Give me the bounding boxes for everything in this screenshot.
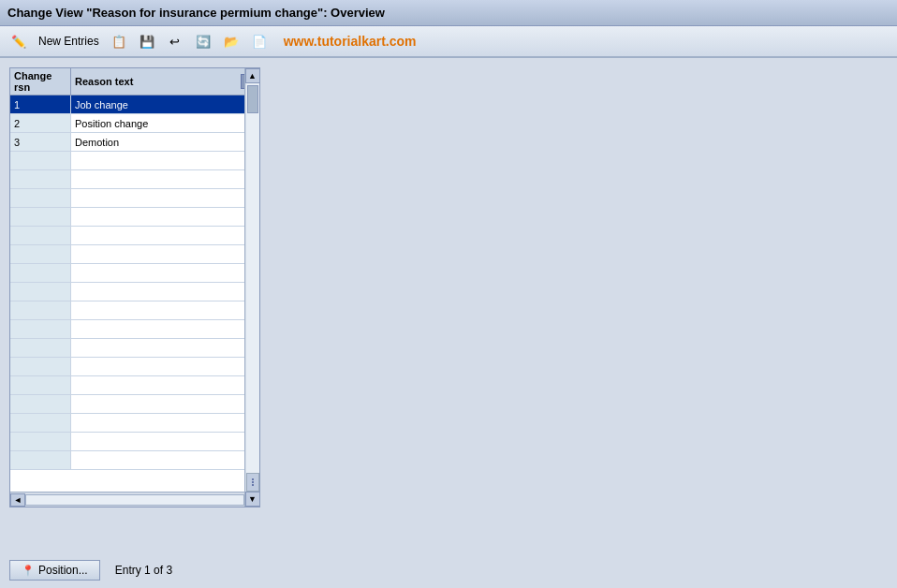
cell-change-rsn xyxy=(10,320,71,338)
watermark-text: www.tutorialkart.com xyxy=(284,34,417,49)
title-bar: Change View "Reason for insurance permiu… xyxy=(0,0,897,26)
position-icon: 📍 xyxy=(22,565,35,577)
cell-change-rsn xyxy=(10,433,71,450)
table-body-area: 1Job change2Position change3Demotion ▲ ▼ xyxy=(10,96,259,492)
scroll-h-track[interactable] xyxy=(25,494,244,506)
cell-change-rsn xyxy=(10,264,71,282)
nav1-icon: 📂 xyxy=(223,33,240,50)
bottom-bar: 📍 Position... Entry 1 of 3 xyxy=(0,552,182,588)
edit-icon-btn[interactable]: ✏️ xyxy=(7,32,30,51)
horizontal-scrollbar-container: ◄ ► xyxy=(10,492,259,507)
refresh-icon: 🔄 xyxy=(195,33,212,50)
table-row[interactable] xyxy=(10,189,259,208)
undo-icon-btn[interactable]: ↩ xyxy=(164,32,186,51)
cell-change-rsn xyxy=(10,301,71,319)
cell-change-rsn xyxy=(10,395,71,413)
cell-reason-text xyxy=(71,339,259,357)
cell-change-rsn xyxy=(10,358,71,375)
scroll-drag-handle[interactable] xyxy=(246,473,259,492)
table-row[interactable]: 1Job change xyxy=(10,96,259,114)
cell-change-rsn xyxy=(10,414,71,432)
table-row[interactable] xyxy=(10,376,259,395)
cell-reason-text xyxy=(71,451,259,469)
position-button[interactable]: 📍 Position... xyxy=(9,560,100,581)
table-row[interactable] xyxy=(10,433,259,451)
cell-reason-text xyxy=(71,227,259,244)
nav1-icon-btn[interactable]: 📂 xyxy=(220,32,243,51)
toolbar: ✏️ New Entries 📋 💾 ↩ 🔄 📂 📄 www.tutorialk… xyxy=(0,26,897,58)
main-content: Change rsn Reason text ▦ 1Job change2Pos… xyxy=(0,58,897,541)
entry-info: Entry 1 of 3 xyxy=(115,564,172,577)
cell-reason-text xyxy=(71,395,259,413)
cell-reason-text xyxy=(71,301,259,319)
cell-reason-text xyxy=(71,283,259,301)
table-row[interactable] xyxy=(10,245,259,264)
cell-reason-text xyxy=(71,320,259,338)
scroll-track[interactable] xyxy=(246,96,259,473)
table-row[interactable] xyxy=(10,283,259,301)
save-icon: 💾 xyxy=(139,33,155,50)
table-row[interactable] xyxy=(10,395,259,414)
cell-reason-text xyxy=(71,189,259,207)
table-row[interactable] xyxy=(10,339,259,358)
cell-reason-text xyxy=(71,170,259,188)
scroll-thumb[interactable] xyxy=(247,96,258,113)
table-row[interactable] xyxy=(10,208,259,227)
data-table: Change rsn Reason text ▦ 1Job change2Pos… xyxy=(9,67,260,507)
col-header-change-rsn: Change rsn xyxy=(10,68,71,95)
cell-reason-text xyxy=(71,208,259,226)
cell-reason-text xyxy=(71,152,259,169)
table-row[interactable]: 2Position change xyxy=(10,114,259,133)
cell-change-rsn xyxy=(10,245,71,263)
cell-change-rsn: 2 xyxy=(10,114,71,132)
table-row[interactable] xyxy=(10,152,259,170)
pencil-icon: ✏️ xyxy=(10,33,27,50)
cell-change-rsn: 3 xyxy=(10,133,71,151)
save-icon-btn[interactable]: 💾 xyxy=(136,32,158,51)
cell-change-rsn: 1 xyxy=(10,96,71,113)
cell-reason-text: Job change xyxy=(71,96,259,113)
copy-icon: 📋 xyxy=(110,33,127,50)
table-row[interactable] xyxy=(10,170,259,189)
cell-reason-text: Position change xyxy=(71,114,259,132)
cell-reason-text xyxy=(71,264,259,282)
table-data-area: 1Job change2Position change3Demotion xyxy=(10,96,259,492)
cell-reason-text xyxy=(71,376,259,394)
cell-reason-text xyxy=(71,433,259,450)
table-header: Change rsn Reason text ▦ xyxy=(10,68,259,96)
vertical-scrollbar[interactable]: ▲ ▼ xyxy=(244,96,259,492)
cell-change-rsn xyxy=(10,376,71,394)
table-row[interactable] xyxy=(10,301,259,320)
position-label: Position... xyxy=(38,564,88,577)
cell-reason-text xyxy=(71,245,259,263)
table-row[interactable] xyxy=(10,451,259,470)
cell-change-rsn xyxy=(10,189,71,207)
cell-change-rsn xyxy=(10,152,71,169)
copy-icon-btn[interactable]: 📋 xyxy=(108,32,130,51)
table-row[interactable] xyxy=(10,358,259,376)
col-header-reason-text: Reason text ▦ xyxy=(71,68,259,95)
cell-change-rsn xyxy=(10,451,71,469)
cell-change-rsn xyxy=(10,283,71,301)
new-entries-btn[interactable]: New Entries xyxy=(36,34,102,49)
table-row[interactable]: 3Demotion xyxy=(10,133,259,152)
cell-reason-text xyxy=(71,414,259,432)
table-row[interactable] xyxy=(10,264,259,283)
scroll-left-arrow[interactable]: ◄ xyxy=(10,493,25,507)
table-row[interactable] xyxy=(10,320,259,339)
cell-change-rsn xyxy=(10,170,71,188)
cell-change-rsn xyxy=(10,208,71,226)
nav2-icon: 📄 xyxy=(251,33,268,50)
horizontal-scrollbar[interactable]: ◄ ► xyxy=(10,492,259,507)
nav2-icon-btn[interactable]: 📄 xyxy=(248,32,271,51)
undo-icon: ↩ xyxy=(167,33,184,50)
page-title: Change View "Reason for insurance permiu… xyxy=(7,6,385,20)
new-entries-label: New Entries xyxy=(38,35,99,48)
cell-change-rsn xyxy=(10,227,71,244)
cell-change-rsn xyxy=(10,339,71,357)
table-row[interactable] xyxy=(10,227,259,245)
cell-reason-text xyxy=(71,358,259,375)
cell-reason-text: Demotion xyxy=(71,133,259,151)
refresh-icon-btn[interactable]: 🔄 xyxy=(192,32,214,51)
table-row[interactable] xyxy=(10,414,259,433)
